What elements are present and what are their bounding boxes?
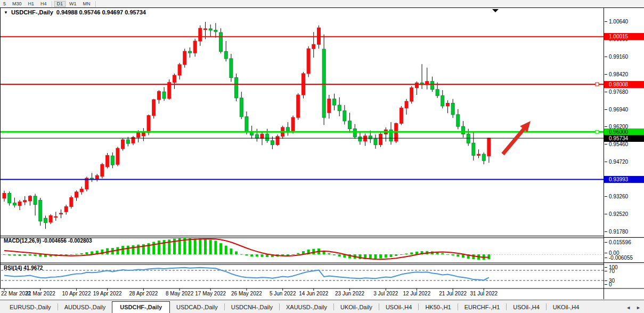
timeframe-button-h1[interactable]: H1 [25,1,38,7]
macd-histogram-bar [240,254,243,255]
candle-body [317,28,320,44]
chart-tab-audusd-daily[interactable]: AUDUSD-,Daily [58,302,112,313]
chart-tab-usdchf-daily[interactable]: USDCHF-,Daily [112,301,170,313]
macd-histogram-bar [29,254,31,255]
timeframe-button-5[interactable]: 5 [0,1,9,7]
candle-body [441,95,444,106]
toolbar-separator [52,1,52,7]
macd-histogram-bar [333,254,336,255]
macd-histogram-bar [70,254,72,255]
macd-histogram-bar [219,243,222,254]
chart-tab-usdcnh-daily[interactable]: USDCNH-,Daily [225,302,279,313]
level-line-handle[interactable] [596,130,599,133]
chart-tab-usdcad-daily[interactable]: USDCAD-,Daily [170,302,224,313]
candle-body [276,137,279,145]
price-tick-label: 0.92520 [609,211,628,217]
candle-body [13,203,16,205]
chart-tab-usoil-h4[interactable]: USOil-,H4 [507,302,546,313]
candle-body [291,117,295,132]
candle-body [343,111,346,121]
tab-scrollers: ◄ ► [626,305,641,310]
candle-body [59,213,62,214]
chart-tab-eurchf-h1[interactable]: EURCHF-,H1 [458,302,507,313]
candle-body [34,196,37,205]
timeframe-button-m30[interactable]: M30 [9,1,25,7]
chart-tab-usoil-h4[interactable]: USOil-,H4 [379,302,419,313]
price-axis[interactable]: 1.006400.999000.991600.984200.976800.969… [604,7,644,299]
candle-body [446,103,449,106]
candle-body [312,44,315,49]
candle-body [54,216,58,218]
price-tick-label: 0.93260 [609,194,628,199]
macd-histogram-bar [385,254,387,258]
candle-body [204,29,207,30]
price-level-badge: 0.98008 [604,81,644,88]
chart-tab-ukoil-h4[interactable]: UKOil-,H4 [547,302,586,313]
candle-body [18,202,21,206]
candle-body [374,139,377,145]
candle-body [209,29,212,30]
candle-body [400,108,403,123]
candle-body [307,49,310,74]
macd-histogram-bar [106,248,109,254]
price-tick-label: 1.00640 [609,19,628,25]
candle-body [410,88,413,101]
rsi-axis-label: 70 [609,268,615,274]
candle-body [91,178,94,179]
candle-body [116,148,119,164]
price-tick-label: 0.95460 [609,141,628,147]
candle-body [333,99,336,106]
candle-body [49,215,52,222]
candle-body [338,105,341,111]
chart-tab-hk50-h1[interactable]: HK50-,H1 [419,302,457,313]
chart-tab-eurusd-daily[interactable]: EURUSD-,Daily [3,302,58,313]
timeframe-button-h4[interactable]: H4 [37,1,50,7]
candle-body [44,218,47,222]
candle-body [111,156,114,165]
level-line-handle[interactable] [596,83,599,86]
macd-histogram-bar [230,248,232,254]
candle-body [28,196,31,201]
candle-body [178,65,181,75]
macd-histogram-bar [152,242,155,254]
candle-body [39,200,42,221]
macd-histogram-bar [235,251,238,254]
timeframe-button-w1[interactable]: W1 [66,1,80,7]
candle-body [64,206,68,212]
macd-histogram-bar [328,253,330,254]
macd-histogram-bar [245,254,248,255]
chart-tab-ukoil-daily[interactable]: UKOil-,Daily [334,302,379,313]
rsi-indicator-label: RSI(14) 41.9672 [4,265,43,271]
candle-body [173,75,176,82]
macd-histogram-bar [209,240,212,254]
candle-body [456,115,460,126]
candle-body [260,134,264,138]
macd-histogram-bar [199,238,201,254]
candle-body [101,164,104,176]
candle-body [188,51,191,53]
timeframe-button-mn[interactable]: MN [80,1,94,7]
candle-body [472,143,475,155]
candle-body [477,154,480,155]
price-level-badge: 1.00015 [604,33,644,40]
macd-values: -0.004656 -0.002803 [43,238,92,244]
chart-canvas[interactable] [0,0,644,300]
candle-body [353,129,356,137]
price-tick-label: 0.97680 [609,89,628,95]
macd-histogram-bar [163,240,166,254]
candle-body [230,59,233,78]
candle-body [358,137,362,141]
candle-body [199,28,202,41]
macd-histogram-bar [338,254,341,256]
candle-body [451,103,454,115]
macd-histogram-bar [312,249,315,254]
macd-histogram-bar [75,254,78,254]
chart-tab-xauusd-daily[interactable]: XAUUSD-,Daily [280,302,333,313]
timeframe-button-d1[interactable]: D1 [54,1,67,7]
tab-scroll-right-icon[interactable]: ► [636,305,641,310]
candle-body [415,83,418,87]
candle-body [487,138,491,156]
macd-histogram-bar [462,254,464,258]
tab-scroll-left-icon[interactable]: ◄ [626,305,631,310]
chart-shift-marker-icon[interactable] [492,9,499,12]
